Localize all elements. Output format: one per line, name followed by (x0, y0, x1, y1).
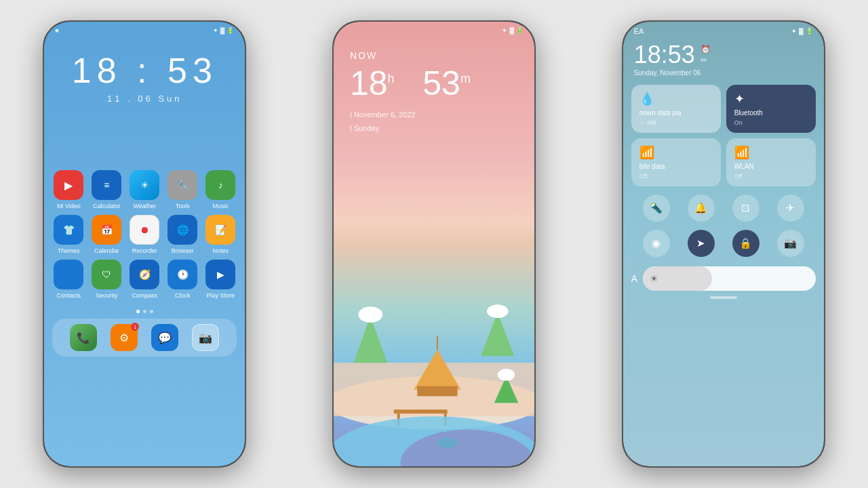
bluetooth-sub: On (734, 119, 808, 126)
signal-icon: ▓ (799, 28, 804, 35)
phone1-clock: 18 : 53 11 . 06 Sun (44, 37, 245, 110)
app-browser[interactable]: 🌐 Browser (166, 215, 199, 254)
svg-marker-4 (481, 313, 514, 357)
control-center-grid: 💧 nown data pla — MB ✦ Bluetooth On 📶 bi… (623, 79, 824, 192)
bluetooth-tile[interactable]: ✦ Bluetooth On (726, 85, 816, 133)
svg-rect-11 (394, 410, 448, 414)
dock-phone[interactable]: 📞 (70, 324, 97, 351)
mobile-data-icon: 📶 (639, 145, 713, 160)
svg-marker-2 (354, 317, 387, 363)
signal-icon: ▓ (220, 27, 225, 34)
dot-1 (136, 310, 140, 313)
dock-settings[interactable]: ⚙ 1 (111, 324, 138, 351)
phone1-dock: 📞 ⚙ 1 💬 📷 (52, 319, 237, 357)
app-label: Calculator (93, 203, 121, 209)
phone3-status-icons: ✦ ▓ 🔋 (791, 28, 813, 35)
date-line2: | Sunday (350, 122, 518, 136)
app-tools[interactable]: 🔧 Tools (166, 170, 199, 209)
app-label: Notes (213, 247, 229, 254)
mobile-data-label: bile data (639, 163, 713, 170)
app-label: Tools (176, 203, 190, 209)
bluetooth-icon: ✦ (791, 28, 797, 35)
landscape-illustration (334, 199, 534, 466)
app-music[interactable]: ♪ Music (204, 170, 237, 209)
app-security[interactable]: 🛡 Security (90, 260, 123, 299)
mobile-data-tile[interactable]: 📶 bile data Off (631, 138, 721, 186)
bluetooth-label: Bluetooth (734, 109, 808, 117)
app-themes[interactable]: 👕 Themes (52, 215, 85, 254)
phone2-date: | November 6, 2022 | Sunday (350, 108, 518, 136)
app-calendar[interactable]: 📅 Calendar (90, 215, 123, 254)
quick-buttons-row2: ◉ ➤ 🔒 📷 (623, 227, 824, 260)
phone-1: ■ ✦ ▓ 🔋 18 : 53 11 . 06 Sun ▶ Mi Video ≡… (43, 20, 246, 468)
dock-messages[interactable]: 💬 (151, 324, 178, 351)
phone1-date: 11 . 06 Sun (44, 94, 245, 104)
edit-icon: ✏ (701, 56, 711, 65)
date-line1: | November 6, 2022 (350, 108, 518, 122)
phone2-status-bar: ✦ ▓ 🔋 (334, 22, 534, 37)
hours: 18 (350, 64, 388, 102)
phone2-screen: ✦ ▓ 🔋 NOW 18h 53m | November 6, 2022 | S… (334, 22, 534, 466)
flashlight-button[interactable]: 🔦 (643, 195, 670, 222)
video-button[interactable]: 📷 (777, 230, 804, 257)
dark-mode-button[interactable]: ◉ (643, 230, 670, 257)
airplane-button[interactable]: ✈ (777, 195, 804, 222)
hours-suffix: h (388, 72, 395, 85)
phone2-time: 18h 53m (350, 64, 518, 103)
volume-indicator (710, 296, 737, 299)
app-notes[interactable]: 📝 Notes (204, 215, 237, 254)
signal-icon: ▓ (509, 27, 514, 34)
app-clock[interactable]: 🕐 Clock (166, 260, 199, 299)
wlan-tile[interactable]: 📶 WLAN Off (726, 138, 816, 186)
wifi-icon: 📶 (734, 145, 808, 160)
phone2-status-icons: ✦ ▓ 🔋 (502, 27, 524, 34)
font-size-icon: A (631, 273, 637, 284)
bluetooth-icon: ✦ (213, 27, 218, 34)
bell-button[interactable]: 🔔 (688, 195, 715, 222)
app-label: Browser (172, 247, 194, 254)
app-label: Themes (58, 247, 80, 254)
lock-button[interactable]: 🔒 (732, 230, 760, 257)
data-tile[interactable]: 💧 nown data pla — MB (631, 85, 721, 133)
data-icon: 💧 (639, 92, 713, 106)
mobile-data-sub: Off (639, 173, 713, 180)
phone2-content: NOW 18h 53m | November 6, 2022 | Sunday (334, 37, 534, 149)
dock-camera[interactable]: 📷 (192, 324, 219, 351)
phone3-date: Sunday, November 06 (634, 69, 813, 77)
bluetooth-tile-icon: ✦ (734, 92, 808, 106)
brightness-sun-icon: ☀ (650, 273, 658, 284)
battery-icon: 🔋 (516, 27, 524, 34)
app-compass[interactable]: 🧭 Compass (128, 260, 161, 299)
app-contacts[interactable]: 👤 Contacts (52, 260, 85, 299)
page-dots (44, 310, 245, 313)
app-calculator[interactable]: ≡ Calculator (90, 170, 123, 209)
battery-icon: 🔋 (806, 28, 813, 35)
app-label: Recorder (132, 247, 157, 254)
phone1-status-icons: ✦ ▓ 🔋 (213, 27, 235, 34)
app-label: Mi Video (57, 203, 81, 209)
alarm-icon: ⏰ (701, 45, 711, 54)
app-label: Play Store (207, 292, 235, 299)
battery-icon: 🔋 (226, 27, 234, 34)
phone3-screen: EA ✦ ▓ 🔋 18:53 ⏰ ✏ Sunday, November 06 💧 (623, 22, 824, 466)
app-weather[interactable]: ☀ Weather (128, 170, 161, 209)
data-sub: — MB (639, 119, 713, 126)
scan-button[interactable]: ⊡ (732, 195, 760, 222)
minutes: 53 (422, 64, 460, 102)
svg-point-5 (487, 305, 509, 319)
notification-badge: 1 (131, 323, 139, 331)
location-button[interactable]: ➤ (688, 230, 715, 257)
phone1-status-bar: ■ ✦ ▓ 🔋 (44, 22, 245, 37)
phone3-time: 18:53 (634, 41, 695, 69)
app-play-store[interactable]: ▶ Play Store (204, 260, 237, 299)
wlan-sub: Off (734, 173, 808, 180)
phone-2: ✦ ▓ 🔋 NOW 18h 53m | November 6, 2022 | S… (332, 20, 536, 468)
phone3-status-bar: EA ✦ ▓ 🔋 (623, 22, 824, 38)
brightness-bar[interactable]: ☀ (643, 266, 816, 291)
now-label: NOW (350, 50, 518, 61)
phone-3: EA ✦ ▓ 🔋 18:53 ⏰ ✏ Sunday, November 06 💧 (622, 20, 825, 468)
app-mi-video[interactable]: ▶ Mi Video (52, 170, 85, 209)
app-label: Music (213, 203, 229, 209)
bluetooth-icon: ✦ (502, 27, 507, 34)
app-recorder[interactable]: ⏺ Recorder (128, 215, 161, 254)
